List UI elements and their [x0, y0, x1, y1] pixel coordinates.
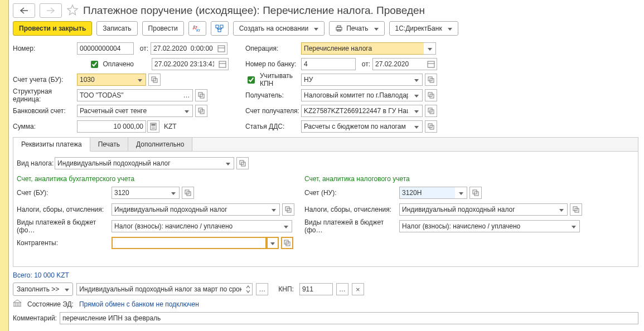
acct-bu-input[interactable] [112, 187, 167, 199]
acct-nu-label: Счет (НУ): [304, 189, 399, 197]
svg-point-22 [153, 128, 154, 129]
tab-additional[interactable]: Дополнительно [128, 138, 192, 151]
dropdown-icon[interactable] [568, 220, 580, 232]
dropdown-icon[interactable] [268, 203, 280, 216]
number-input[interactable] [77, 42, 134, 55]
dropdown-icon[interactable] [167, 187, 180, 199]
dropdown-icon[interactable] [280, 220, 292, 232]
open-icon[interactable] [425, 89, 437, 101]
operation-input[interactable] [301, 42, 424, 55]
kpn-checkbox[interactable] [248, 76, 255, 84]
caret-down-icon [65, 285, 69, 293]
tax-kind-input[interactable] [55, 157, 222, 169]
ed-state-link[interactable]: Прямой обмен с банком не подключен [79, 300, 199, 308]
caret-down-icon [374, 25, 379, 32]
open-icon[interactable] [182, 187, 194, 199]
direct-bank-button[interactable]: 1С:ДиректБанк [389, 21, 458, 36]
kpn-label: Учитывать КПН [260, 72, 301, 87]
fill-button[interactable]: Заполнить >> [13, 283, 73, 296]
dropdown-icon[interactable] [455, 187, 467, 199]
paid-label: Оплачено [103, 60, 134, 68]
open-icon[interactable] [570, 203, 582, 216]
calendar-icon[interactable] [216, 58, 229, 70]
create-based-button[interactable]: Создать на основании [233, 21, 325, 36]
bu-section-header: Счет, аналитика бухгалтерского учета [17, 175, 294, 183]
contragents-input[interactable] [112, 237, 267, 249]
open-icon[interactable] [425, 74, 437, 86]
comment-input[interactable] [60, 312, 638, 324]
dropdown-icon[interactable] [267, 237, 279, 249]
dropdown-icon[interactable] [222, 157, 234, 169]
svg-text:Кт: Кт [196, 28, 201, 32]
open-icon[interactable] [282, 203, 294, 216]
paid-datetime-input[interactable] [152, 58, 216, 70]
recipient-input[interactable] [301, 89, 410, 101]
tab-payment-details[interactable]: Реквизиты платежа [13, 138, 90, 152]
write-button[interactable]: Записать [96, 21, 137, 36]
calculator-icon[interactable] [147, 120, 159, 133]
knp-input[interactable] [299, 283, 333, 295]
acct-nu-input[interactable] [399, 187, 455, 199]
account-bu-input[interactable] [77, 74, 134, 86]
dropdown-icon[interactable] [181, 105, 193, 117]
kpn-input[interactable] [301, 74, 410, 86]
calendar-icon[interactable] [215, 42, 227, 55]
spinner-up-down-icon[interactable] [244, 283, 253, 295]
bank-number-input[interactable] [301, 58, 356, 70]
open-icon[interactable] [425, 105, 437, 117]
post-and-close-button[interactable]: Провести и закрыть [13, 21, 92, 36]
recipient-account-input[interactable] [301, 105, 410, 117]
struct-unit-input[interactable] [77, 89, 181, 101]
nav-back-button[interactable] [13, 3, 35, 18]
svg-rect-24 [428, 61, 434, 67]
structure-icon[interactable] [211, 21, 229, 36]
post-button[interactable]: Провести [142, 21, 184, 36]
nav-forward-button[interactable] [40, 3, 62, 18]
sum-input[interactable] [77, 120, 146, 133]
ellipsis-icon[interactable] [181, 89, 193, 101]
acct-bu-label: Счет (БУ): [17, 189, 112, 197]
dropdown-icon[interactable] [410, 89, 423, 101]
taxes-bu-input[interactable] [112, 203, 268, 216]
page-title: Платежное поручение (исходящее): Перечис… [83, 4, 425, 17]
svg-rect-4 [218, 29, 221, 32]
open-icon[interactable] [195, 105, 207, 117]
pay-type-nu-input[interactable] [399, 220, 568, 232]
dropdown-icon[interactable] [410, 74, 423, 86]
ellipsis-icon[interactable] [336, 283, 348, 295]
calendar-icon[interactable] [425, 58, 437, 70]
recipient-label: Получатель: [245, 91, 301, 99]
period-input[interactable] [76, 283, 244, 295]
tab-print[interactable]: Печать [90, 138, 128, 151]
open-icon[interactable] [469, 187, 482, 199]
from-label: от: [134, 45, 151, 52]
taxes-nu-input[interactable] [399, 203, 555, 216]
open-icon[interactable] [281, 237, 293, 249]
dropdown-icon[interactable] [555, 203, 568, 216]
paid-checkbox[interactable] [91, 61, 98, 68]
open-icon[interactable] [148, 74, 161, 86]
dds-label: Статья ДДС: [245, 123, 301, 130]
currency-label: KZT [164, 123, 177, 130]
svg-rect-6 [337, 26, 341, 27]
open-icon[interactable] [195, 89, 207, 101]
favorite-star-icon[interactable] [66, 4, 79, 18]
svg-rect-2 [216, 25, 219, 28]
bank-account-input[interactable] [77, 105, 181, 117]
dropdown-icon[interactable] [410, 105, 423, 117]
clear-icon[interactable] [352, 283, 364, 295]
datetime-input[interactable] [151, 42, 215, 55]
ellipsis-icon[interactable] [256, 283, 268, 295]
open-icon[interactable] [425, 120, 437, 133]
bank-account-label: Банковский счет: [13, 107, 77, 115]
print-button[interactable]: Печать [329, 21, 384, 36]
debit-credit-icon[interactable]: ДтКт [188, 21, 206, 36]
caret-down-icon [314, 25, 318, 32]
open-icon[interactable] [236, 157, 249, 169]
dropdown-icon[interactable] [410, 120, 423, 133]
dropdown-icon[interactable] [424, 42, 436, 55]
dds-input[interactable] [301, 120, 410, 133]
dropdown-icon[interactable] [134, 74, 146, 86]
bank-date-input[interactable] [372, 58, 425, 70]
pay-type-bu-input[interactable] [112, 220, 280, 232]
